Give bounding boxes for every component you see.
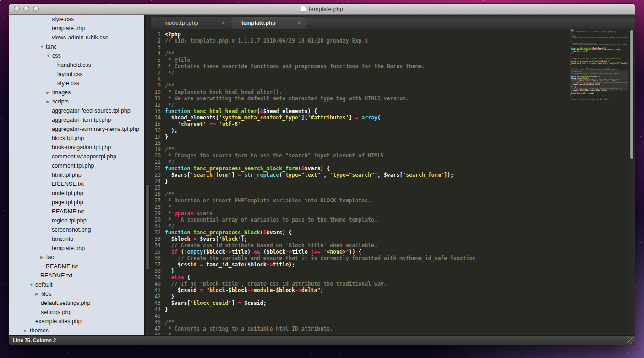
tree-item-views-admin-rubik.css[interactable]: views-admin-rubik.css bbox=[9, 33, 144, 42]
code-line: 40 // If no "Block title", create css id… bbox=[151, 281, 628, 287]
tree-item-tanc.info[interactable]: tanc.info bbox=[9, 234, 144, 244]
status-bar: Line 75, Column 2 bbox=[9, 335, 635, 345]
line-number: 12 bbox=[151, 102, 165, 108]
tree-item-label: images bbox=[52, 89, 71, 96]
tree-item-aggregator-summary-items.tpl.php[interactable]: aggregator-summary-items.tpl.php bbox=[9, 125, 144, 134]
code-line: 24} bbox=[151, 178, 628, 184]
tree-item-settings.php[interactable]: settings.php bbox=[9, 308, 144, 317]
line-number: 30 bbox=[151, 217, 165, 223]
disclosure-triangle-icon[interactable]: ▶ bbox=[24, 326, 30, 335]
tree-item-label: screenshot.png bbox=[52, 227, 91, 233]
tree-item-block.tpl.php[interactable]: block.tpl.php bbox=[9, 134, 144, 143]
tree-item-comment.tpl.php[interactable]: comment.tpl.php bbox=[9, 161, 144, 170]
tree-item-LICENSE.txt[interactable]: LICENSE.txt bbox=[9, 179, 144, 189]
code-line: 25 bbox=[151, 184, 628, 191]
code-line: 20 * Changes the search form to use the … bbox=[151, 152, 628, 159]
tree-item-template.php[interactable]: template.php bbox=[9, 24, 144, 33]
tree-folder-files[interactable]: ▶files bbox=[9, 289, 144, 298]
tree-item-screenshot.png[interactable]: screenshot.png bbox=[9, 225, 144, 234]
sidebar-scrollbar[interactable] bbox=[144, 15, 151, 335]
code-line: 4/** bbox=[151, 50, 628, 57]
tree-item-aggregator-item.tpl.php[interactable]: aggregator-item.tpl.php bbox=[9, 115, 144, 125]
disclosure-triangle-icon[interactable]: ▼ bbox=[29, 280, 35, 289]
tree-item-example.sites.php[interactable]: example.sites.php bbox=[9, 317, 144, 326]
disclosure-triangle-icon[interactable]: ▼ bbox=[46, 51, 52, 60]
tab-node.tpl.php[interactable]: node.tpl.php× bbox=[156, 16, 230, 29]
tree-item-label: html.tpl.php bbox=[52, 172, 82, 178]
minimap-viewport[interactable] bbox=[570, 70, 628, 91]
cursor-position-label: Line 75, Column 2 bbox=[13, 337, 56, 343]
tree-item-README.txt[interactable]: README.txt bbox=[9, 207, 144, 216]
file-tree-sidebar[interactable]: style.csstemplate.phpviews-admin-rubik.c… bbox=[9, 15, 144, 335]
code-line: 10 * Implements hook_html_head_alter(). bbox=[151, 89, 628, 95]
tab-bar: node.tpl.php×template.php× bbox=[151, 15, 635, 29]
disclosure-triangle-icon[interactable]: ▶ bbox=[40, 253, 46, 262]
editor-pane: node.tpl.php×template.php× 1<?php2// $Id… bbox=[151, 15, 635, 335]
line-number: 45 bbox=[151, 313, 165, 319]
close-button[interactable] bbox=[14, 6, 20, 12]
tree-folder-tanc[interactable]: ▼tanc bbox=[9, 42, 144, 51]
disclosure-triangle-icon[interactable]: ▼ bbox=[40, 42, 46, 51]
tree-item-style.css[interactable]: style.css bbox=[9, 79, 144, 88]
tab-close-icon[interactable]: × bbox=[222, 20, 225, 26]
line-number: 24 bbox=[151, 178, 165, 184]
tab-template.php[interactable]: template.php× bbox=[232, 16, 306, 29]
tree-item-label: default.settings.php bbox=[41, 300, 90, 306]
tree-item-style.css[interactable]: style.css bbox=[9, 15, 144, 24]
tree-item-README.txt[interactable]: README.txt bbox=[9, 271, 144, 280]
sidebar-scrollbar-thumb[interactable] bbox=[145, 184, 150, 270]
tree-folder-default[interactable]: ▼default bbox=[9, 280, 144, 289]
tab-close-icon[interactable]: × bbox=[298, 20, 301, 26]
line-number: 18 bbox=[151, 140, 165, 146]
line-number: 19 bbox=[151, 146, 165, 152]
tree-item-comment-wrapper.tpl.php[interactable]: comment-wrapper.tpl.php bbox=[9, 152, 144, 161]
line-number: 23 bbox=[151, 172, 165, 178]
editor-scrollbar-thumb[interactable] bbox=[629, 30, 634, 159]
line-number: 43 bbox=[151, 300, 165, 306]
code-line: 26/** bbox=[151, 191, 628, 197]
disclosure-triangle-icon[interactable]: ▶ bbox=[46, 88, 52, 97]
tree-item-handheld.css[interactable]: handheld.css bbox=[9, 60, 144, 70]
code-line: 7 */ bbox=[151, 70, 628, 76]
code-area[interactable]: 1<?php2// $Id: template.php,v 1.1.2.7 20… bbox=[151, 29, 628, 335]
line-number: 25 bbox=[151, 184, 165, 191]
minimap[interactable]: <?php// $Id: template.php,v 1.1.2.7 2010… bbox=[570, 29, 628, 335]
disclosure-triangle-icon[interactable]: ▶ bbox=[46, 97, 52, 106]
line-number: 26 bbox=[151, 191, 165, 197]
tree-item-layout.css[interactable]: layout.css bbox=[9, 70, 144, 79]
tree-item-label: views-admin-rubik.css bbox=[52, 34, 108, 41]
tree-folder-scripts[interactable]: ▶scripts bbox=[9, 97, 144, 106]
line-number: 3 bbox=[151, 44, 165, 50]
tree-item-html.tpl.php[interactable]: html.tpl.php bbox=[9, 170, 144, 179]
tree-folder-themes[interactable]: ▶themes bbox=[9, 326, 144, 335]
code-line: 5 * @file bbox=[151, 57, 628, 63]
zoom-button[interactable] bbox=[33, 6, 39, 12]
code-line: 30 * A sequential array of variables to … bbox=[151, 217, 628, 223]
tree-item-book-navigation.tpl.php[interactable]: book-navigation.tpl.php bbox=[9, 143, 144, 152]
tree-item-aggregator-feed-source.tpl.php[interactable]: aggregator-feed-source.tpl.php bbox=[9, 106, 144, 115]
tree-item-page.tpl.php[interactable]: page.tpl.php bbox=[9, 198, 144, 207]
line-number: 22 bbox=[151, 165, 165, 172]
title-bar[interactable]: template.php bbox=[9, 4, 635, 15]
main-area: style.csstemplate.phpviews-admin-rubik.c… bbox=[9, 15, 635, 335]
tree-folder-images[interactable]: ▶images bbox=[9, 88, 144, 97]
minimize-button[interactable] bbox=[23, 6, 29, 12]
tree-item-node.tpl.php[interactable]: node.tpl.php bbox=[9, 189, 144, 198]
line-number: 6 bbox=[151, 63, 165, 70]
tree-item-label: settings.php bbox=[41, 309, 71, 315]
tree-item-label: comment.tpl.php bbox=[52, 163, 94, 169]
editor-scrollbar[interactable] bbox=[628, 29, 635, 335]
tree-item-region.tpl.php[interactable]: region.tpl.php bbox=[9, 216, 144, 225]
line-number: 13 bbox=[151, 108, 165, 114]
tree-folder-css[interactable]: ▼css bbox=[9, 51, 144, 60]
disclosure-triangle-icon[interactable]: ▶ bbox=[35, 289, 41, 298]
code-line: 3 bbox=[151, 44, 628, 50]
tree-folder-tao[interactable]: ▶tao bbox=[9, 253, 144, 262]
code-line: 37 $cssid = tanc_id_safe($block->title); bbox=[151, 261, 628, 268]
tree-item-template.php[interactable]: template.php bbox=[9, 244, 144, 253]
code-line: 45 bbox=[151, 313, 628, 319]
tree-item-README.txt[interactable]: README.txt bbox=[9, 262, 144, 271]
tree-item-default.settings.php[interactable]: default.settings.php bbox=[9, 298, 144, 308]
code-line: 8 bbox=[151, 76, 628, 82]
resize-grip[interactable] bbox=[627, 337, 634, 344]
